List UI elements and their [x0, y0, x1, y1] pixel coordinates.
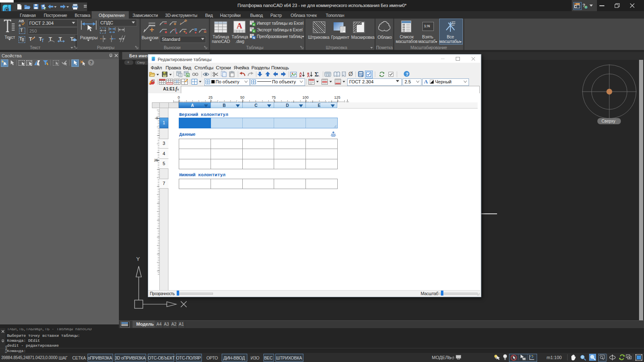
svg-text:A: A: [237, 21, 242, 30]
svg-text:А: А: [307, 74, 310, 77]
svg-text:я: я: [299, 74, 301, 77]
svg-text:x: x: [253, 30, 255, 33]
svg-text:x: x: [187, 74, 189, 77]
svg-text:x: x: [253, 23, 255, 26]
svg-text:N: N: [253, 36, 255, 39]
